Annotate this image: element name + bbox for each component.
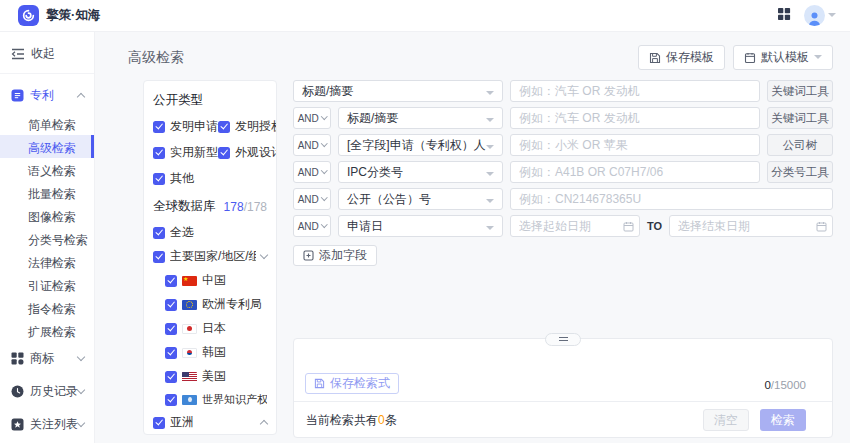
save-icon bbox=[314, 378, 325, 389]
chevron-up-icon[interactable] bbox=[260, 420, 268, 428]
operator-select[interactable]: AND bbox=[293, 161, 331, 183]
checkbox-checked-icon[interactable] bbox=[218, 121, 230, 133]
country-korea-row[interactable]: 韩国 bbox=[165, 344, 267, 361]
field-row-1: 标题/摘要 关键词工具 bbox=[293, 80, 833, 102]
end-date-input[interactable] bbox=[669, 215, 833, 237]
sidebar-collapse-button[interactable]: 收起 bbox=[0, 38, 94, 74]
sidebar-item-batch-search[interactable]: 批量检索 bbox=[0, 181, 94, 204]
classification-tool-button[interactable]: 分类号工具 bbox=[767, 161, 833, 183]
pubtype-utility-model[interactable]: 实用新型 bbox=[153, 144, 218, 161]
sidebar-section-trademark-label: 商标 bbox=[30, 350, 78, 367]
search-button[interactable]: 检索 bbox=[760, 409, 806, 431]
keyword-input[interactable] bbox=[510, 80, 760, 102]
country-epo-row[interactable]: 欧洲专利局 bbox=[165, 296, 267, 313]
dropdown-caret-icon bbox=[486, 199, 494, 207]
default-template-button[interactable]: 默认模板 bbox=[733, 45, 833, 70]
keyword-input[interactable] bbox=[510, 107, 760, 129]
sidebar-item-semantic-search[interactable]: 语义检索 bbox=[0, 158, 94, 181]
user-menu[interactable] bbox=[804, 5, 836, 26]
field-row-4: AND IPC分类号 分类号工具 bbox=[293, 161, 833, 183]
checkbox-checked-icon[interactable] bbox=[153, 173, 165, 185]
panel-drag-handle[interactable] bbox=[545, 333, 581, 346]
sidebar-section-watchlist[interactable]: 关注列表 bbox=[0, 408, 94, 441]
publication-number-input[interactable] bbox=[510, 188, 833, 210]
pubtype-invention-application[interactable]: 发明申请 bbox=[153, 118, 218, 135]
keyword-tool-button[interactable]: 关键词工具 bbox=[767, 107, 833, 129]
keyword-tool-button[interactable]: 关键词工具 bbox=[767, 80, 833, 102]
checkbox-checked-icon[interactable] bbox=[153, 121, 165, 133]
sidebar-item-legal-search[interactable]: 法律检索 bbox=[0, 250, 94, 273]
start-date-input[interactable] bbox=[510, 215, 640, 237]
field-select[interactable]: 公开（公告）号 bbox=[338, 188, 503, 210]
company-tree-button[interactable]: 公司树 bbox=[767, 134, 833, 156]
checkbox-checked-icon[interactable] bbox=[153, 251, 165, 263]
collapse-label: 收起 bbox=[31, 45, 55, 62]
applicant-input[interactable] bbox=[510, 134, 760, 156]
country-china-row[interactable]: 中国 bbox=[165, 272, 267, 289]
sidebar-section-watchlist-label: 关注列表 bbox=[30, 416, 78, 433]
checkbox-checked-icon[interactable] bbox=[165, 371, 177, 383]
operator-select[interactable]: AND bbox=[293, 134, 331, 156]
top-bar: 擎策·知海 bbox=[0, 0, 850, 32]
sidebar-section-history[interactable]: 历史记录 bbox=[0, 375, 94, 408]
field-select[interactable]: 标题/摘要 bbox=[338, 107, 503, 129]
checkbox-checked-icon[interactable] bbox=[153, 227, 165, 239]
field-select[interactable]: [全字段]申请（专利权）人 bbox=[338, 134, 503, 156]
filter-panel: 公开类型 发明申请 发明授权 实用新型 外观设计 其他 全球数据库 178/17… bbox=[143, 80, 277, 435]
pubtype-other[interactable]: 其他 bbox=[153, 170, 218, 187]
checkbox-checked-icon[interactable] bbox=[165, 275, 177, 287]
checkbox-checked-icon[interactable] bbox=[165, 394, 177, 406]
country-usa-row[interactable]: 美国 bbox=[165, 368, 267, 385]
checkbox-checked-icon[interactable] bbox=[218, 147, 230, 159]
save-query-button[interactable]: 保存检索式 bbox=[305, 373, 399, 394]
dropdown-caret-icon bbox=[486, 91, 494, 99]
history-clock-icon bbox=[11, 385, 24, 398]
sidebar-item-simple-search[interactable]: 简单检索 bbox=[0, 112, 94, 135]
sidebar-item-classification-search[interactable]: 分类号检索 bbox=[0, 227, 94, 250]
operator-select[interactable]: AND bbox=[293, 215, 331, 237]
pubtype-design[interactable]: 外观设计 bbox=[218, 144, 277, 161]
checkbox-checked-icon[interactable] bbox=[165, 347, 177, 359]
field-select[interactable]: IPC分类号 bbox=[338, 161, 503, 183]
dropdown-caret-icon bbox=[486, 226, 494, 234]
user-caret-icon bbox=[828, 13, 836, 21]
sidebar-item-extended-search[interactable]: 扩展检索 bbox=[0, 319, 94, 342]
ipc-input[interactable] bbox=[510, 161, 760, 183]
field-row-3: AND [全字段]申请（专利权）人 公司树 bbox=[293, 134, 833, 156]
brand-name: 擎策·知海 bbox=[46, 7, 100, 24]
sidebar-item-citation-search[interactable]: 引证检索 bbox=[0, 273, 94, 296]
publication-type-title: 公开类型 bbox=[153, 92, 267, 109]
result-count-text: 当前检索共有0条 bbox=[306, 412, 397, 429]
checkbox-checked-icon[interactable] bbox=[165, 299, 177, 311]
collapse-icon bbox=[11, 48, 25, 60]
sidebar-section-patent[interactable]: 专利 bbox=[0, 79, 94, 112]
chevron-down-icon[interactable] bbox=[260, 251, 268, 259]
country-japan-row[interactable]: 日本 bbox=[165, 320, 267, 337]
field-select[interactable]: 申请日 bbox=[338, 215, 503, 237]
checkbox-checked-icon[interactable] bbox=[153, 417, 165, 429]
sidebar-item-command-search[interactable]: 指令检索 bbox=[0, 296, 94, 319]
sidebar-item-advanced-search[interactable]: 高级检索 bbox=[0, 135, 94, 158]
checkbox-checked-icon[interactable] bbox=[165, 323, 177, 335]
chevron-down-icon bbox=[321, 113, 327, 119]
database-count: 178/178 bbox=[224, 200, 267, 214]
operator-select[interactable]: AND bbox=[293, 188, 331, 210]
field-select[interactable]: 标题/摘要 bbox=[293, 80, 503, 102]
country-wipo-row[interactable]: 世界知识产权组织 bbox=[165, 392, 267, 407]
checkbox-checked-icon[interactable] bbox=[153, 147, 165, 159]
operator-select[interactable]: AND bbox=[293, 107, 331, 129]
apps-grid-icon[interactable] bbox=[777, 7, 791, 24]
save-template-button[interactable]: 保存模板 bbox=[638, 45, 725, 70]
select-all-row[interactable]: 全选 bbox=[153, 224, 267, 241]
sidebar-item-image-search[interactable]: 图像检索 bbox=[0, 204, 94, 227]
chevron-down-icon bbox=[321, 221, 327, 227]
pubtype-invention-grant[interactable]: 发明授权 bbox=[218, 118, 277, 135]
flag-epo-icon bbox=[182, 300, 197, 310]
add-field-button[interactable]: 添加字段 bbox=[293, 245, 377, 266]
clear-button[interactable]: 清空 bbox=[703, 409, 749, 431]
chevron-down-icon bbox=[77, 386, 85, 394]
field-row-5: AND 公开（公告）号 bbox=[293, 188, 833, 210]
sidebar-section-trademark[interactable]: 商标 bbox=[0, 342, 94, 375]
continent-asia-row[interactable]: 亚洲 bbox=[153, 414, 267, 431]
major-regions-row[interactable]: 主要国家/地区/组织 bbox=[153, 248, 267, 265]
